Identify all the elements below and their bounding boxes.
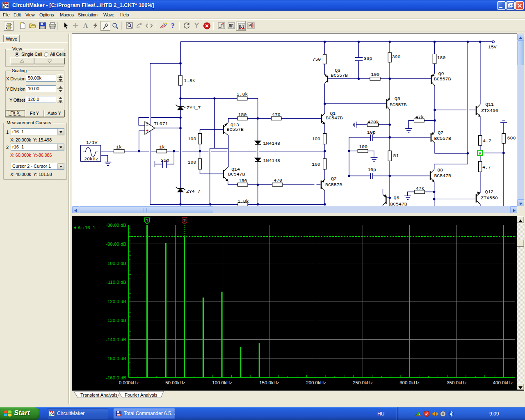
svg-text:1N4148: 1N4148 — [263, 158, 281, 163]
svg-text:Q9: Q9 — [438, 71, 444, 76]
svg-text:Q11: Q11 — [485, 102, 494, 107]
svg-text:Transient Analysis: Transient Analysis — [80, 393, 118, 397]
svg-text:BC557B: BC557B — [390, 102, 407, 107]
svg-text:TL071: TL071 — [154, 121, 168, 126]
svg-text:Q8: Q8 — [437, 167, 443, 173]
svg-text:BC557B: BC557B — [331, 73, 348, 78]
svg-text:400.0kHz: 400.0kHz — [493, 380, 513, 385]
svg-text:100: 100 — [371, 72, 380, 77]
svg-text:Q14: Q14 — [231, 167, 240, 172]
svg-text:4.7: 4.7 — [483, 138, 491, 144]
svg-text:250.0kHz: 250.0kHz — [353, 380, 373, 385]
svg-text:150: 150 — [238, 112, 247, 117]
svg-text:BC547B: BC547B — [390, 201, 407, 207]
svg-text:100.0kHz: 100.0kHz — [212, 380, 232, 385]
svg-text:350.0kHz: 350.0kHz — [447, 380, 467, 385]
svg-text:100: 100 — [312, 162, 320, 167]
svg-text:BC557B: BC557B — [227, 127, 244, 132]
svg-text:0.000kHz: 0.000kHz — [119, 380, 139, 385]
svg-text:4.7: 4.7 — [482, 164, 491, 170]
svg-text:A: r16_1: A: r16_1 — [78, 225, 95, 230]
svg-text:BC557B: BC557B — [434, 76, 451, 82]
svg-text:1.8k: 1.8k — [237, 199, 249, 204]
svg-text:390: 390 — [392, 54, 401, 59]
svg-text:150: 150 — [239, 178, 247, 183]
svg-text:Q7: Q7 — [438, 130, 443, 135]
svg-text:470k: 470k — [368, 119, 379, 125]
svg-text:1: 1 — [146, 219, 148, 223]
svg-text:-1/1V: -1/1V — [83, 140, 98, 145]
svg-text:Fourier Analysis: Fourier Analysis — [125, 393, 158, 397]
svg-text:50.00kHz: 50.00kHz — [165, 380, 185, 385]
svg-text:ZY4_7: ZY4_7 — [186, 189, 201, 194]
svg-text:1k: 1k — [159, 144, 165, 150]
svg-text:A: A — [83, 22, 88, 29]
svg-text:470: 470 — [272, 112, 281, 117]
svg-text:A: A — [479, 151, 482, 156]
svg-text:600: 600 — [507, 135, 516, 141]
svg-text:100: 100 — [188, 160, 196, 165]
svg-text:1k: 1k — [116, 144, 122, 150]
svg-text:?: ? — [171, 22, 175, 29]
svg-text:2: 2 — [183, 219, 186, 223]
svg-text:100: 100 — [359, 144, 368, 149]
svg-text:20kHz: 20kHz — [84, 156, 98, 162]
svg-text:Q12: Q12 — [485, 189, 494, 194]
svg-text:750: 750 — [313, 57, 321, 62]
svg-text:100: 100 — [312, 136, 320, 142]
svg-text:47k: 47k — [416, 186, 425, 191]
svg-text:BC547B: BC547B — [434, 173, 451, 178]
svg-text:470: 470 — [274, 178, 282, 183]
svg-text:-160.0 dB: -160.0 dB — [106, 375, 126, 380]
svg-text:-130.0 dB: -130.0 dB — [106, 318, 126, 323]
svg-text:1.8k: 1.8k — [184, 78, 195, 83]
svg-text:Q2: Q2 — [331, 176, 337, 181]
svg-text:-90.00 dB: -90.00 dB — [106, 242, 126, 247]
svg-text:ZY4_7: ZY4_7 — [187, 105, 201, 110]
svg-text:Q6: Q6 — [394, 195, 399, 201]
svg-text:15V: 15V — [488, 44, 497, 50]
svg-text:BC557B: BC557B — [325, 182, 342, 187]
svg-text:BC547B: BC547B — [326, 115, 343, 121]
svg-text:47k: 47k — [415, 114, 424, 120]
svg-text:22p: 22p — [161, 158, 169, 163]
svg-text:180: 180 — [437, 55, 446, 60]
svg-text:-80.00 dB: -80.00 dB — [106, 223, 126, 228]
svg-text:ZTX450: ZTX450 — [481, 108, 498, 113]
svg-text:-100.0 dB: -100.0 dB — [106, 261, 126, 266]
svg-text:33p: 33p — [364, 56, 372, 61]
svg-text:BC557B: BC557B — [434, 136, 451, 141]
svg-text:100: 100 — [188, 136, 196, 142]
svg-text:1.8k: 1.8k — [237, 91, 248, 97]
svg-text:1N4148: 1N4148 — [263, 141, 281, 146]
svg-text:10p: 10p — [367, 130, 376, 135]
svg-text:51: 51 — [393, 153, 399, 158]
svg-text:ZTX550: ZTX550 — [481, 195, 498, 201]
svg-text:Q5: Q5 — [395, 96, 400, 101]
svg-text:300.0kHz: 300.0kHz — [399, 380, 420, 385]
svg-text:150.0kHz: 150.0kHz — [259, 380, 279, 385]
svg-text:10p: 10p — [368, 167, 376, 172]
svg-text:BC547B: BC547B — [228, 171, 245, 177]
svg-text:-120.0 dB: -120.0 dB — [106, 299, 126, 304]
svg-text:-150.0 dB: -150.0 dB — [106, 356, 126, 361]
svg-text:-140.0 dB: -140.0 dB — [106, 337, 126, 342]
svg-text:200.0kHz: 200.0kHz — [306, 380, 326, 385]
svg-text:-110.0 dB: -110.0 dB — [106, 280, 126, 285]
